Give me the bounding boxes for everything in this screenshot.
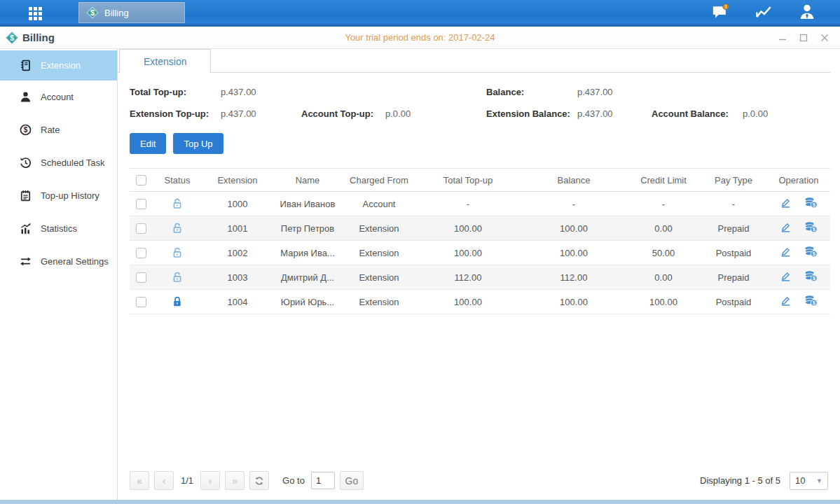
sidebar-item-rate[interactable]: $Rate: [0, 113, 117, 146]
row-checkbox[interactable]: [136, 297, 146, 307]
goto-label: Go to: [282, 475, 305, 486]
main-content: Extension Total Top-up:p.437.00 Balance:…: [118, 49, 840, 500]
sidebar-item-label: General Settings: [41, 256, 109, 267]
top-up-button[interactable]: Top Up: [173, 133, 223, 154]
next-page-button[interactable]: ›: [200, 471, 220, 490]
table-header-row: Status Extension Name Charged From Total…: [130, 169, 830, 192]
col-name: Name: [273, 169, 343, 192]
close-button[interactable]: [819, 32, 830, 43]
extension-table: Status Extension Name Charged From Total…: [130, 168, 830, 314]
notepad-icon: [20, 190, 32, 202]
goto-page-input[interactable]: [311, 472, 335, 489]
topbar-tab-label: Billing: [104, 8, 129, 18]
row-checkbox[interactable]: [136, 272, 146, 283]
balance-field: Balance:p.437.00: [486, 87, 652, 97]
edit-extension-icon[interactable]: [780, 197, 792, 211]
tab-extension[interactable]: Extension: [119, 49, 211, 73]
extension-balance-field: Extension Balance:p.437.00: [486, 108, 652, 119]
col-operation: Operation: [767, 169, 830, 192]
select-all-checkbox[interactable]: [136, 175, 146, 186]
billing-app-icon: $: [86, 6, 99, 19]
topbar-tab-billing[interactable]: $ Billing: [78, 2, 185, 23]
sidebar-item-scheduled-task[interactable]: Scheduled Task: [0, 146, 117, 179]
cell-pay-type: Postpaid: [700, 241, 767, 265]
row-checkbox[interactable]: [136, 223, 146, 234]
svg-text:!: !: [725, 4, 727, 10]
dollar-circle-icon: $: [20, 124, 32, 136]
topup-extension-icon[interactable]: $: [804, 221, 818, 235]
sidebar-item-label: Scheduled Task: [41, 158, 105, 168]
message-bubble-icon: !: [711, 4, 729, 20]
refresh-button[interactable]: [249, 471, 269, 490]
account-balance-field: Account Balance:p.0.00: [652, 108, 830, 119]
row-checkbox[interactable]: [136, 248, 146, 258]
topup-extension-icon[interactable]: $: [804, 246, 818, 260]
col-charged-from: Charged From: [343, 169, 415, 192]
window-titlebar: $ Billing Your trial period ends on: 201…: [0, 27, 840, 49]
edit-extension-icon[interactable]: [780, 246, 792, 260]
cell-total-topup: -: [415, 192, 521, 216]
extension-table-body: 1000Иван ИвановAccount----$1001Петр Петр…: [130, 192, 830, 314]
notifications-button[interactable]: !: [708, 1, 732, 22]
col-status: Status: [152, 169, 202, 192]
transfer-arrows-icon: [20, 255, 32, 268]
cell-credit-limit: 0.00: [627, 265, 700, 290]
sidebar-item-label: Statistics: [41, 223, 77, 234]
sidebar-item-top-up-history[interactable]: Top-up History: [0, 179, 117, 212]
app-grid-icon: [29, 7, 42, 20]
sidebar-item-label: Top-up History: [41, 190, 99, 201]
trial-notice: Your trial period ends on: 2017-02-24: [0, 32, 840, 43]
topup-extension-icon[interactable]: $: [804, 197, 818, 211]
first-page-button[interactable]: «: [130, 471, 149, 490]
line-chart-icon: [755, 4, 773, 20]
go-button[interactable]: Go: [340, 471, 364, 490]
maximize-button[interactable]: [798, 32, 809, 43]
col-credit-limit: Credit Limit: [627, 169, 700, 192]
window-controls: [777, 32, 840, 43]
resource-monitor-button[interactable]: [752, 1, 776, 22]
edit-extension-icon[interactable]: [780, 295, 792, 309]
table-row: 1003Дмитрий Д...Extension112.00112.000.0…: [130, 265, 830, 290]
cell-total-topup: 100.00: [415, 216, 521, 241]
prev-page-button[interactable]: ‹: [154, 471, 174, 490]
app-launcher-button[interactable]: [10, 0, 60, 27]
tabstrip: Extension: [118, 49, 831, 73]
ledger-icon: [20, 59, 32, 72]
cell-extension: 1003: [202, 265, 273, 290]
topbar-right-icons: !: [708, 0, 819, 23]
cell-charged-from: Extension: [343, 216, 415, 241]
table-row: 1004Юрий Юрь...Extension100.00100.00100.…: [130, 290, 830, 314]
cell-credit-limit: -: [627, 192, 700, 216]
top-navigation-bar: $ Billing !: [0, 0, 840, 27]
content-spacer: [130, 314, 830, 471]
cell-charged-from: Account: [343, 192, 415, 216]
tab-extension-label: Extension: [144, 56, 186, 67]
edit-button[interactable]: Edit: [130, 133, 166, 154]
last-page-button[interactable]: »: [225, 471, 245, 490]
topup-extension-icon[interactable]: $: [804, 270, 818, 284]
topup-extension-icon[interactable]: $: [804, 295, 818, 309]
row-checkbox[interactable]: [136, 199, 146, 209]
cell-name: Юрий Юрь...: [273, 290, 343, 314]
billing-window: $ Billing !: [0, 0, 840, 504]
col-extension: Extension: [202, 169, 273, 192]
page-size-dropdown[interactable]: 10 ▼: [790, 472, 828, 490]
sidebar-item-general-settings[interactable]: General Settings: [0, 245, 117, 278]
sidebar-item-label: Rate: [41, 125, 60, 135]
lock-open-icon: [171, 246, 184, 257]
cell-pay-type: Postpaid: [700, 290, 767, 314]
cell-charged-from: Extension: [343, 290, 415, 314]
sidebar-item-account[interactable]: Account: [0, 80, 117, 113]
user-account-button[interactable]: [795, 1, 819, 22]
sidebar-item-extension[interactable]: Extension: [0, 50, 117, 80]
app-body: ExtensionAccount$RateScheduled TaskTop-u…: [0, 49, 840, 504]
minimize-button[interactable]: [777, 32, 788, 43]
extension-panel: Total Top-up:p.437.00 Balance:p.437.00 E…: [118, 73, 840, 500]
sidebar-item-statistics[interactable]: Statistics: [0, 212, 117, 245]
cell-name: Дмитрий Д...: [273, 265, 343, 290]
cell-balance: 112.00: [521, 265, 627, 290]
cell-extension: 1001: [202, 216, 273, 241]
edit-extension-icon[interactable]: [780, 221, 792, 235]
edit-extension-icon[interactable]: [780, 270, 792, 284]
sidebar-item-label: Extension: [41, 60, 81, 71]
